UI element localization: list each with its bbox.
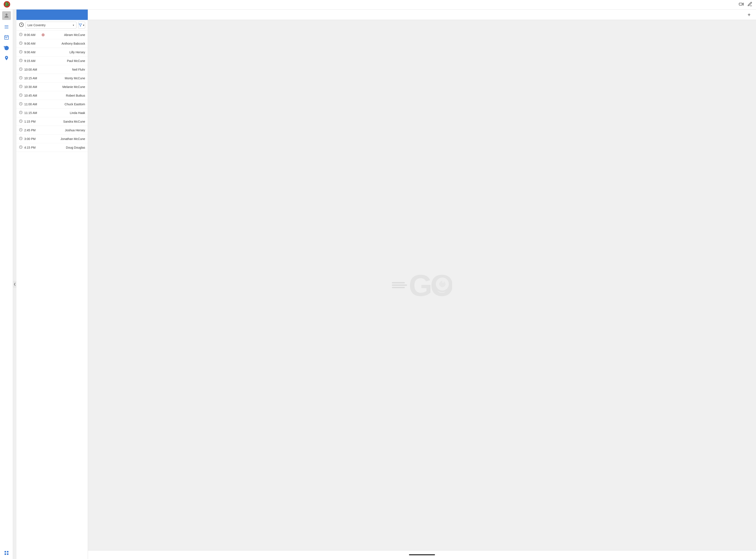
appt-clock-icon <box>19 59 23 63</box>
dropdown-arrow: ▼ <box>72 24 74 26</box>
go-lines <box>392 282 407 288</box>
svg-text:🐉: 🐉 <box>4 2 9 6</box>
appointment-row[interactable]: 4:15 PMDoug Douglas <box>17 143 88 152</box>
svg-point-38 <box>442 281 444 283</box>
appt-patient-name: Chuck Easttom <box>46 103 85 106</box>
go-text-logo: GO <box>409 270 452 300</box>
svg-rect-12 <box>6 38 7 38</box>
appointment-row[interactable]: 9:15 AMPaul McCune <box>17 57 88 65</box>
sidebar <box>0 9 13 559</box>
appt-status-dot <box>42 111 45 114</box>
svg-rect-5 <box>4 27 8 27</box>
go-logo: GO <box>392 270 452 300</box>
appt-clock-icon <box>19 33 23 37</box>
main-logo-area: GO <box>88 20 756 550</box>
appt-patient-name: Linda Haak <box>46 111 85 115</box>
filter-dropdown-arrow: ▼ <box>83 24 85 26</box>
video-icon[interactable] <box>739 1 744 8</box>
appt-status-dot <box>42 42 45 45</box>
bottom-bar <box>88 550 756 559</box>
appt-time: 9:15 AM <box>24 59 40 63</box>
go-line-3 <box>392 287 405 288</box>
appt-patient-name: Sandra McCune <box>46 120 85 123</box>
appt-clock-icon <box>19 137 23 141</box>
appt-status-dot <box>42 33 45 37</box>
appointment-row[interactable]: 9:00 AMAnthony Babcock <box>17 39 88 48</box>
appt-status-dot <box>42 120 45 123</box>
provider-name: Lee Coventry <box>27 23 45 27</box>
panel-header <box>17 9 88 20</box>
sidebar-item-grid[interactable] <box>2 549 11 557</box>
appt-status-dot <box>42 68 45 71</box>
appt-time: 10:15 AM <box>24 76 40 80</box>
appointment-row[interactable]: 11:00 AMChuck Easttom <box>17 100 88 109</box>
appt-time: 10:45 AM <box>24 94 40 97</box>
appt-status-dot <box>42 103 45 106</box>
appt-clock-icon <box>19 41 23 45</box>
svg-rect-18 <box>7 553 8 555</box>
add-button[interactable]: + <box>746 11 753 18</box>
appt-clock-icon <box>19 50 23 54</box>
top-bar: 🐉 <box>0 0 756 9</box>
appointments-list: 8:00 AMAbram McCune9:00 AMAnthony Babcoc… <box>17 30 88 559</box>
svg-rect-15 <box>4 551 6 553</box>
appt-time: 10:00 AM <box>24 68 40 71</box>
appt-patient-name: Joshua Hersey <box>46 129 85 132</box>
top-bar-icons <box>739 1 753 8</box>
appt-clock-icon <box>19 85 23 89</box>
svg-rect-6 <box>4 28 8 28</box>
appt-clock-icon <box>19 67 23 71</box>
main-content-header: + <box>88 9 756 20</box>
svg-rect-11 <box>5 38 6 38</box>
sidebar-item-calendar[interactable] <box>2 33 11 42</box>
appt-patient-name: Anthony Babcock <box>46 42 85 45</box>
appt-patient-name: Doug Douglas <box>46 146 85 149</box>
appointment-row[interactable]: 1:15 PMSandra McCune <box>17 117 88 126</box>
appointment-row[interactable]: 11:15 AMLinda Haak <box>17 109 88 117</box>
sidebar-item-history[interactable] <box>2 43 11 52</box>
appointment-row[interactable]: 10:45 AMRobert Butkus <box>17 91 88 100</box>
appointment-row[interactable]: 2:45 PMJoshua Hersey <box>17 126 88 135</box>
edit-icon[interactable] <box>747 1 753 8</box>
appt-patient-name: Jonathan McCune <box>46 137 85 141</box>
appt-time: 2:45 PM <box>24 129 40 132</box>
appt-clock-icon <box>19 111 23 115</box>
avatar[interactable] <box>2 11 11 20</box>
appointment-row[interactable]: 10:15 AMMonty McCune <box>17 74 88 83</box>
appt-status-dot <box>42 129 45 132</box>
appt-status-dot <box>42 94 45 97</box>
appointment-row[interactable]: 10:30 AMMelanie McCune <box>17 83 88 91</box>
go-line-2 <box>392 285 407 286</box>
appt-time: 3:00 PM <box>24 137 40 141</box>
appt-clock-icon <box>19 128 23 132</box>
appt-clock-icon <box>19 146 23 150</box>
appt-status-dot <box>42 137 45 140</box>
appt-clock-icon <box>19 102 23 106</box>
provider-dropdown[interactable]: Lee Coventry ▼ <box>26 22 76 29</box>
appointment-row[interactable]: 10:00 AMNeil Fluhr <box>17 65 88 74</box>
appointment-row[interactable]: 9:00 AMLilly Hersey <box>17 48 88 57</box>
appt-patient-name: Robert Butkus <box>46 94 85 97</box>
sidebar-item-menu[interactable] <box>2 23 11 31</box>
appt-patient-name: Paul McCune <box>46 59 85 63</box>
appointment-row[interactable]: 3:00 PMJonathan McCune <box>17 135 88 143</box>
appt-status-dot <box>42 85 45 88</box>
appt-patient-name: Melanie McCune <box>46 85 85 89</box>
appt-time: 9:00 AM <box>24 42 40 45</box>
go-line-1 <box>392 282 405 284</box>
appt-status-dot <box>42 146 45 149</box>
appt-clock-icon <box>19 93 23 97</box>
appointment-row[interactable]: 8:00 AMAbram McCune <box>17 30 88 39</box>
app-logo: 🐉 <box>3 1 10 9</box>
appointments-panel: Lee Coventry ▼ ▼ 8:00 AMAbram McCune9:00… <box>17 9 88 559</box>
appt-time: 11:15 AM <box>24 111 40 115</box>
svg-marker-20 <box>79 24 82 26</box>
appt-patient-name: Lilly Hersey <box>46 50 85 54</box>
appt-patient-name: Abram McCune <box>46 33 85 37</box>
appt-patient-name: Monty McCune <box>46 76 85 80</box>
sidebar-item-pin[interactable] <box>2 54 11 62</box>
sidebar-collapse-arrow[interactable] <box>13 281 17 288</box>
appt-status-dot <box>42 77 45 80</box>
filter-button[interactable]: ▼ <box>78 22 85 29</box>
clock-icon-toolbar <box>19 22 24 28</box>
